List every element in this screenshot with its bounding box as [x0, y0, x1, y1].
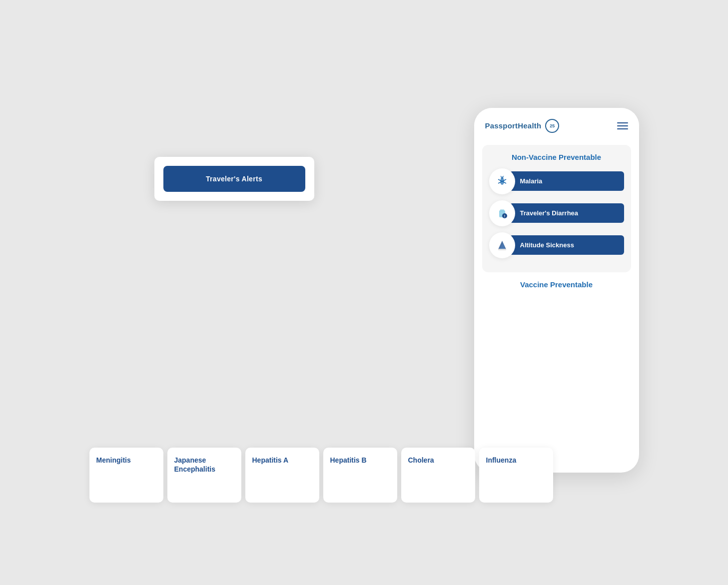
vaccine-card-cholera-label: Cholera: [408, 456, 434, 465]
phone-content: Non-Vaccine Preventable: [474, 140, 639, 470]
hamburger-menu-icon[interactable]: [617, 122, 628, 129]
vaccine-card-hepatitis-b[interactable]: Hepatitis B: [323, 448, 397, 503]
vaccine-cards-row: Meningitis Japanese Encephalitis Hepatit…: [89, 448, 639, 503]
disease-item-malaria[interactable]: Malaria: [489, 168, 624, 194]
non-vaccine-section: Non-Vaccine Preventable: [482, 145, 631, 272]
vaccine-card-influenza[interactable]: Influenza: [479, 448, 553, 503]
travelers-diarrhea-label[interactable]: Traveler's Diarrhea: [509, 203, 624, 223]
hamburger-line-3: [617, 128, 628, 129]
svg-text:!: !: [504, 214, 505, 218]
alert-popup-label[interactable]: Traveler's Alerts: [163, 166, 305, 192]
hamburger-line-2: [617, 125, 628, 126]
vaccine-card-meningitis[interactable]: Meningitis: [89, 448, 163, 503]
vaccine-card-hepatitis-a[interactable]: Hepatitis A: [245, 448, 319, 503]
hamburger-line-1: [617, 122, 628, 123]
vaccine-card-japanese-encephalitis[interactable]: Japanese Encephalitis: [167, 448, 241, 503]
altitude-sickness-icon: [489, 232, 515, 258]
passport-logo: PassportHealth 25: [485, 119, 560, 133]
travelers-diarrhea-icon: !: [489, 200, 515, 226]
vaccine-card-influenza-label: Influenza: [486, 456, 517, 465]
phone-header: PassportHealth 25: [474, 108, 639, 140]
main-scene: Traveler's Alerts PassportHealth 25 Non-…: [89, 68, 639, 518]
svg-line-8: [503, 176, 504, 177]
vaccine-card-hepatitis-b-label: Hepatitis B: [330, 456, 367, 465]
svg-rect-10: [500, 209, 504, 211]
malaria-icon: [489, 168, 515, 194]
non-vaccine-title: Non-Vaccine Preventable: [489, 153, 624, 161]
disease-item-travelers-diarrhea[interactable]: ! Traveler's Diarrhea: [489, 200, 624, 226]
logo-text: PassportHealth: [485, 121, 542, 130]
svg-rect-15: [498, 249, 506, 250]
alert-popup[interactable]: Traveler's Alerts: [154, 157, 314, 201]
malaria-label[interactable]: Malaria: [509, 171, 624, 191]
vaccine-card-japanese-encephalitis-label: Japanese Encephalitis: [174, 456, 234, 474]
disease-item-altitude-sickness[interactable]: Altitude Sickness: [489, 232, 624, 258]
phone-frame: PassportHealth 25 Non-Vaccine Preventabl…: [474, 108, 639, 473]
logo-badge: 25: [545, 119, 559, 133]
vaccine-section-title: Vaccine Preventable: [482, 280, 631, 289]
svg-line-7: [501, 176, 501, 177]
vaccine-card-hepatitis-a-label: Hepatitis A: [252, 456, 289, 465]
vaccine-card-meningitis-label: Meningitis: [96, 456, 131, 465]
vaccine-card-cholera[interactable]: Cholera: [401, 448, 475, 503]
altitude-sickness-label[interactable]: Altitude Sickness: [509, 235, 624, 255]
